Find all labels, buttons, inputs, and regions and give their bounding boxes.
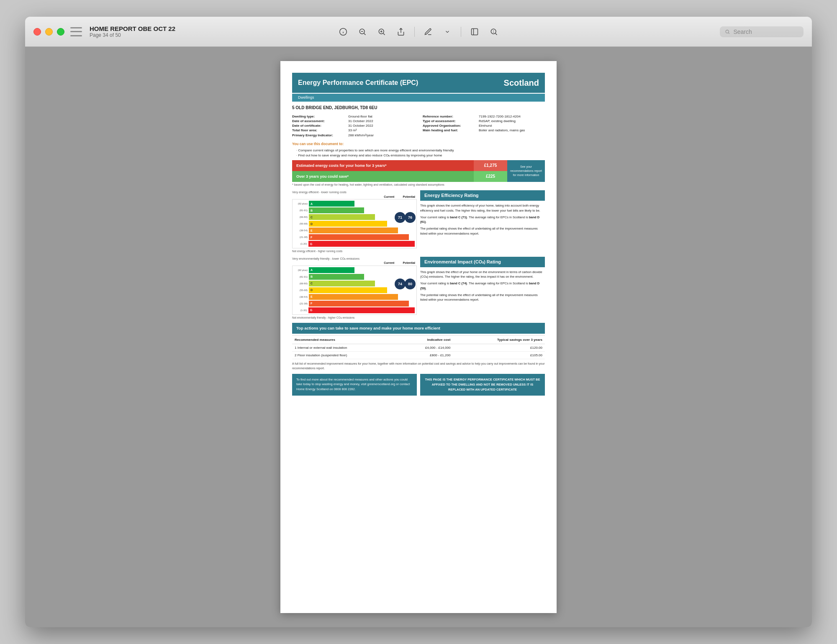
co2-footer: Not environmentally friendly - higher CO…: [292, 316, 417, 319]
ee-col-headers: Current Potential: [292, 195, 417, 199]
svg-line-4: [364, 33, 366, 35]
svg-line-7: [383, 33, 385, 35]
use-title: You can use this document to:: [292, 142, 545, 147]
document-page: Energy Performance Certificate (EPC) Sco…: [280, 61, 557, 613]
co2-panel-title: Environmental Impact (CO₂) Rating: [420, 257, 545, 267]
titlebar: HOME REPORT OBE OCT 22 Page 34 of 50: [25, 17, 812, 47]
detail-org: Approved Organisation: Elmhurst: [423, 123, 545, 128]
document-title: HOME REPORT OBE OCT 22: [90, 25, 175, 32]
footer-box-certificate: THIS PAGE IS THE ENERGY PERFORMANCE CERT…: [420, 374, 545, 396]
dwellings-label: Dwellings: [298, 95, 314, 100]
app-window: HOME REPORT OBE OCT 22 Page 34 of 50: [25, 17, 812, 627]
property-address: 5 OLD BRIDGE END, JEDBURGH, TD8 6EU: [292, 105, 545, 111]
actions-table: Recommended measures Indicative cost Typ…: [292, 335, 545, 360]
annotate-icon[interactable]: [422, 26, 434, 38]
ee-band-e: (39-54) E: [294, 227, 415, 233]
detail-assessment-date: Date of assessment: 31 October 2022: [292, 119, 414, 123]
co2-section: Very environmentally friendly - lower CO…: [292, 257, 417, 320]
co2-desc3: The potential rating shows the effect of…: [420, 293, 545, 302]
co2-band-f: (21-38) F: [294, 301, 415, 307]
ee-panel: Energy Efficiency Rating This graph show…: [420, 190, 545, 253]
ee-desc1: This graph shows the current efficiency …: [420, 203, 545, 213]
page-view-icon[interactable]: [469, 26, 480, 38]
scotland-label: Scotland: [504, 77, 539, 89]
ee-band-f: (21-38) F: [294, 234, 415, 240]
cost-note: * based upon the cost of energy for heat…: [292, 183, 545, 187]
fit-page-icon[interactable]: [488, 26, 500, 38]
epc-title: Energy Performance Certificate (EPC): [298, 78, 418, 87]
savings-2: £105.00: [453, 351, 545, 359]
ee-footer: Not energy efficient - higher running co…: [292, 249, 417, 253]
cost-table: Estimated energy costs for your home for…: [292, 160, 545, 182]
title-section: HOME REPORT OBE OCT 22 Page 34 of 50: [90, 25, 175, 38]
actions-table-header-row: Recommended measures Indicative cost Typ…: [292, 335, 545, 344]
svg-line-14: [496, 33, 497, 35]
ee-desc3: The potential rating shows the effect of…: [420, 226, 545, 236]
detail-cert-date: Date of certificate: 31 October 2022: [292, 123, 414, 128]
detail-assessment-type: Type of assessment: RdSAP, existing dwel…: [423, 119, 545, 123]
col-measures: Recommended measures: [292, 335, 398, 344]
ee-chart-header: Very energy efficient - lower running co…: [292, 190, 417, 194]
cost-info-box: See your recommendations report for more…: [507, 160, 545, 182]
actions-row-1: 1 Internal or external wall insulation £…: [292, 344, 545, 351]
cost-2: £800 - £1,200: [398, 351, 453, 359]
cost-1: £4,000 - £14,000: [398, 344, 453, 351]
co2-desc1: This graph shows the effect of your home…: [420, 270, 545, 279]
cost-row-2: Over 3 years you could save* £225: [292, 171, 507, 182]
page-indicator: Page 34 of 50: [90, 32, 175, 38]
ee-panel-title: Energy Efficiency Rating: [420, 190, 545, 201]
ee-chart: (92 plus) A (81-91) B (69-80) C 71: [292, 199, 417, 248]
search-input[interactable]: [733, 28, 798, 35]
ee-desc2: Your current rating is band C (71). The …: [420, 215, 545, 225]
close-button[interactable]: [33, 28, 41, 36]
measure-2: 2 Floor insulation (suspended floor): [292, 351, 398, 359]
svg-point-16: [726, 30, 729, 33]
ee-band-g: (1-20) G: [294, 241, 415, 247]
info-icon[interactable]: [337, 26, 349, 38]
co2-band-g: (1-20) G: [294, 307, 415, 313]
actions-row-2: 2 Floor insulation (suspended floor) £80…: [292, 351, 545, 359]
minimize-button[interactable]: [45, 28, 53, 36]
col-savings: Typical savings over 3 years: [453, 335, 545, 344]
property-details: Dwelling type: Ground-floor flat Date of…: [292, 114, 545, 138]
co2-band-a: (92 plus) A: [294, 267, 415, 273]
search-icon: [725, 29, 730, 35]
cost-value-2: £225: [474, 171, 507, 182]
search-bar[interactable]: [720, 26, 804, 37]
co2-band-c: (69-80) C 74 80: [294, 281, 415, 286]
measure-1: 1 Internal or external wall insulation: [292, 344, 398, 351]
footer-note: A full list of recommended improvement m…: [292, 362, 545, 371]
co2-col-headers: Current Potential: [292, 261, 417, 265]
svg-point-13: [491, 29, 496, 34]
zoom-in-icon[interactable]: [376, 26, 388, 38]
co2-panel: Environmental Impact (CO₂) Rating This g…: [420, 257, 545, 320]
detail-dwelling-type: Dwelling type: Ground-floor flat: [292, 114, 414, 119]
co2-desc2: Your current rating is band C (74). The …: [420, 281, 545, 291]
energy-efficiency-section: Very energy efficient - lower running co…: [292, 190, 417, 253]
cost-label-2: Over 3 years you could save*: [292, 171, 474, 182]
co2-potential-bubble: 80: [405, 279, 416, 289]
cost-label-1: Estimated energy costs for your home for…: [292, 160, 474, 171]
col-cost: Indicative cost: [398, 335, 453, 344]
cost-value-1: £1,275: [474, 160, 507, 171]
share-icon[interactable]: [395, 26, 407, 38]
ee-band-c: (69-80) C 71 76: [294, 214, 415, 220]
maximize-button[interactable]: [57, 28, 64, 36]
co2-band-b: (81-91) B: [294, 274, 415, 280]
cost-row-1: Estimated energy costs for your home for…: [292, 160, 507, 171]
toolbar-icons: [337, 26, 500, 38]
detail-ref-number: Reference number: 7199-1922-7200-1812-42…: [423, 114, 545, 119]
footer-boxes: To find out more about the recommended m…: [292, 374, 545, 396]
toolbar-divider2: [461, 27, 461, 37]
footer-box-greener: To find out more about the recommended m…: [292, 374, 417, 396]
chevron-down-icon[interactable]: [442, 26, 453, 38]
co2-chart-header: Very environmentally friendly - lower CO…: [292, 257, 417, 261]
svg-rect-11: [472, 28, 478, 35]
actions-header: Top actions you can take to save money a…: [292, 323, 545, 333]
zoom-out-icon[interactable]: [357, 26, 368, 38]
pdf-viewer[interactable]: Energy Performance Certificate (EPC) Sco…: [25, 47, 812, 627]
sidebar-toggle-button[interactable]: [70, 27, 82, 36]
use-item-1: · Compare current ratings of properties …: [296, 148, 545, 153]
toolbar-divider: [414, 27, 415, 37]
traffic-lights: [33, 28, 64, 36]
